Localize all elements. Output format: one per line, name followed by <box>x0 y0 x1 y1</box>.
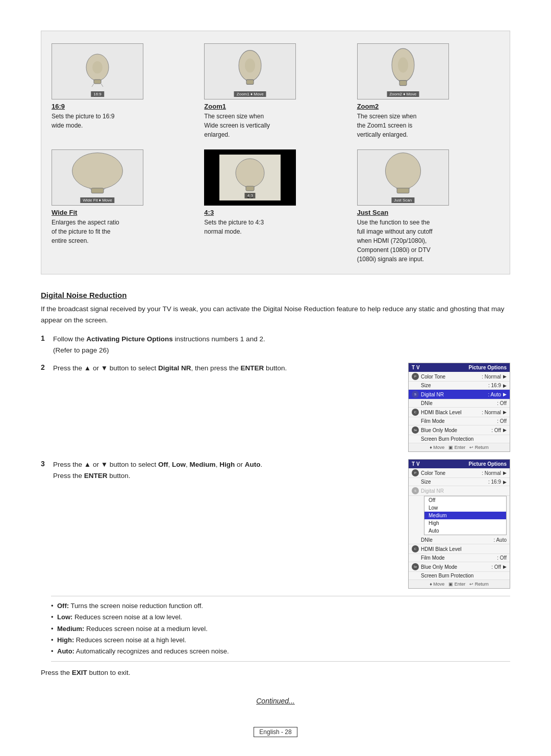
caption-title-zoom1: Zoom1 <box>204 103 226 110</box>
step-1-content: Follow the Activating Picture Options in… <box>53 334 510 356</box>
dropdown-off: Off <box>424 496 506 504</box>
exit-line: Press the EXIT button to exit. <box>41 669 510 676</box>
tv-menu-1-row-color-tone: P Color Tone : Normal ▶ <box>409 372 510 382</box>
image-row-1: 16:9 16:9 Sets the picture to 16:9wide m… <box>52 43 499 139</box>
tv-menu-2: T V Picture Options P Color Tone : Norma… <box>408 459 510 589</box>
image-item-16-9: 16:9 16:9 Sets the picture to 16:9wide m… <box>52 43 194 130</box>
caption-text-zoom1: The screen size whenWide screen is verti… <box>204 112 270 139</box>
label-16-9: 16:9 <box>91 91 104 97</box>
tv-menu-1-row-film: Film Mode : Off <box>409 417 510 425</box>
image-box-16-9: 16:9 <box>52 43 143 99</box>
tv-menu-2-value-color-tone: : Normal <box>482 470 501 476</box>
dnr-title: Digital Noise Reduction <box>41 291 510 299</box>
tv-menu-label-hdmi: HDMI Black Level <box>421 410 480 415</box>
step-2-content: Press the ▲ or ▼ button to select Digita… <box>53 363 510 452</box>
tv-menu-2-label-blue: Blue Only Mode <box>421 564 489 570</box>
caption-text-just-scan: Use the function to see thefull image wi… <box>357 218 433 264</box>
page-footer: English - 28 <box>0 728 551 736</box>
tv-menu-2-arrow-size: ▶ <box>503 480 507 485</box>
tv-menu-value-blue: : Off <box>491 427 501 433</box>
step-3: 3 Press the ▲ or ▼ button to select Off,… <box>41 459 510 589</box>
tv-menu-label-digital-nr: Digital NR <box>421 392 486 397</box>
bullet-list: Off: Turns the screen noise reduction fu… <box>51 596 510 661</box>
tv-menu-1-row-blue: Se Blue Only Mode : Off ▶ <box>409 425 510 435</box>
tv-menu-2-header-left: T V <box>412 461 420 467</box>
svg-rect-6 <box>246 80 254 84</box>
label-wide-fit: Wide Fit ♦ Move <box>80 197 114 203</box>
dropdown-medium: Medium <box>424 512 506 519</box>
label-4-3: 4:3 <box>245 193 256 198</box>
svg-rect-13 <box>91 188 104 193</box>
tv-menu-value-film: : Off <box>497 418 507 424</box>
tv-menu-2-value-dnie: : Auto <box>493 537 507 543</box>
image-item-just-scan: Just Scan Just Scan Use the function to … <box>357 149 499 264</box>
image-item-wide-fit: Wide Fit ♦ Move Wide Fit Enlarges the as… <box>52 149 194 245</box>
continued-text: Continued... <box>41 697 510 705</box>
picture-icon-2: P <box>412 469 419 476</box>
tv-menu-2-label-hdmi: HDMI Black Level <box>421 546 507 552</box>
step-3-text: Press the ▲ or ▼ button to select Off, L… <box>53 459 398 481</box>
image-box-just-scan: Just Scan <box>357 149 449 206</box>
tv-menu-1-row-dnie: DNIe : Off <box>409 399 510 408</box>
dropdown-low: Low <box>424 504 506 512</box>
tv-menu-2-label-size: Size <box>421 479 486 485</box>
channel-icon-2: C <box>412 545 419 552</box>
tv-menu-value-size: : 16:9 <box>488 383 501 388</box>
tv-menu-2-value-film: : Off <box>497 555 507 561</box>
image-item-4-3: 4:3 4:3 4:3 Sets the picture to 4:3norma… <box>204 149 346 236</box>
step-1: 1 Follow the Activating Picture Options … <box>41 334 510 356</box>
tv-menu-2-row-hdmi: C HDMI Black Level <box>409 544 510 554</box>
tv-menu-label-blue: Blue Only Mode <box>421 427 489 433</box>
svg-point-2 <box>92 61 103 73</box>
caption-text-wide-fit: Enlarges the aspect ratioof the picture … <box>52 218 119 245</box>
tv-menu-1-header-left: T V <box>412 365 420 370</box>
picture-icon-1: P <box>412 373 419 380</box>
tv-menu-arrow-blue: ▶ <box>503 427 507 433</box>
tv-menu-1: T V Picture Options P Color Tone : Norma… <box>408 363 510 452</box>
balloon-illustration-zoom1 <box>232 48 268 95</box>
tv-menu-2-footer-move: ♦ Move <box>430 582 444 587</box>
tv-menu-1-footer-text: ♦ Move <box>430 445 444 450</box>
caption-text-4-3: Sets the picture to 4:3normal mode. <box>204 218 264 236</box>
caption-title-16-9: 16:9 <box>52 103 65 110</box>
tv-menu-2-label-burn: Screen Burn Protection <box>421 573 507 578</box>
tv-menu-value-color-tone: : Normal <box>482 374 501 380</box>
tv-menu-2-row-burn: Screen Burn Protection <box>409 572 510 580</box>
tv-menu-2-label-color-tone: Color Tone <box>421 470 480 476</box>
dropdown-high: High <box>424 519 506 527</box>
tv-menu-2-value-blue: : Off <box>491 564 501 570</box>
svg-point-19 <box>385 153 420 189</box>
caption-title-wide-fit: Wide Fit <box>52 209 77 216</box>
tv-menu-value-dnie: : Off <box>497 400 507 406</box>
tv-menu-2-dropdown: Off Low Medium High Auto <box>424 496 507 535</box>
image-grid-section: 16:9 16:9 Sets the picture to 16:9wide m… <box>41 31 510 274</box>
caption-title-just-scan: Just Scan <box>357 209 388 216</box>
tv-menu-label-dnie: DNIe <box>421 400 495 406</box>
channel-icon-1: C <box>412 409 419 416</box>
dnr-intro: If the broadcast signal received by your… <box>41 304 510 325</box>
tv-menu-1-footer-enter: ▣ Enter <box>448 445 465 450</box>
caption-text-16-9: Sets the picture to 16:9wide mode. <box>52 112 114 130</box>
svg-rect-16 <box>246 186 254 191</box>
tv-menu-arrow-hdmi: ▶ <box>503 410 507 415</box>
tv-menu-1-row-size: Size : 16:9 ▶ <box>409 382 510 390</box>
setup-icon-2: Se <box>412 563 419 570</box>
image-item-zoom1: Zoom1 ♦ Move Zoom1 The screen size whenW… <box>204 43 346 139</box>
tv-menu-2-header: T V Picture Options <box>409 460 510 468</box>
svg-point-12 <box>72 153 123 189</box>
tv-menu-2-footer-return: ↩ Return <box>469 582 489 587</box>
tv-menu-2-header-right: Picture Options <box>469 461 507 467</box>
image-box-wide-fit: Wide Fit ♦ Move <box>52 149 143 206</box>
svg-rect-20 <box>397 188 409 193</box>
dnr-section: Digital Noise Reduction If the broadcast… <box>41 291 510 676</box>
caption-title-4-3: 4:3 <box>204 209 214 216</box>
tv-menu-2-row-dnie: DNIe : Auto <box>409 536 510 544</box>
step-2: 2 Press the ▲ or ▼ button to select Digi… <box>41 363 510 452</box>
balloon-illustration-16-9 <box>80 51 115 92</box>
tv-menu-arrow-color-tone: ▶ <box>503 374 507 379</box>
image-row-2: Wide Fit ♦ Move Wide Fit Enlarges the as… <box>52 149 499 264</box>
image-box-zoom1: Zoom1 ♦ Move <box>204 43 296 99</box>
tv-menu-2-row-film: Film Mode : Off <box>409 554 510 562</box>
tv-menu-1-header-right: Picture Options <box>469 365 507 370</box>
tv-menu-2-row-blue: Se Blue Only Mode : Off ▶ <box>409 562 510 572</box>
